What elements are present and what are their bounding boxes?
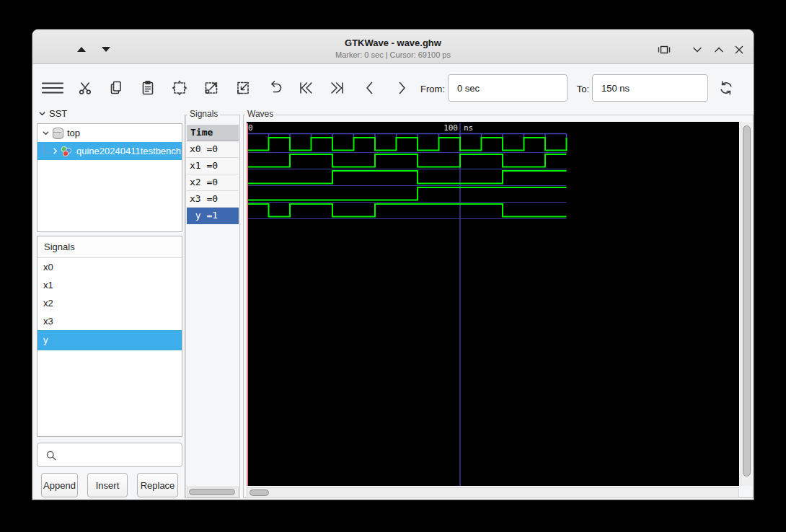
pane-divider[interactable] [184, 115, 185, 498]
svg-text:100: 100 [443, 123, 458, 133]
value-row[interactable]: x3 =0 [187, 191, 239, 208]
from-label: From: [415, 84, 445, 94]
tile-icon[interactable] [655, 41, 673, 58]
sst-tree: top quine20240411testbench [37, 123, 182, 232]
signal-list-item[interactable]: x1 [37, 276, 182, 294]
value-row[interactable]: x0 =0 [187, 141, 239, 158]
title-bar[interactable]: GTKWave - wave.ghw Marker: 0 sec | Curso… [32, 30, 754, 64]
tree-item-label: top [67, 128, 80, 138]
zoom-in-icon[interactable] [203, 79, 220, 97]
svg-text:ns: ns [464, 123, 473, 133]
waves-hscrollbar-thumb[interactable] [250, 489, 269, 496]
signal-list-item[interactable]: x2 [37, 294, 182, 312]
undo-icon[interactable] [266, 79, 283, 97]
go-next-icon[interactable] [393, 79, 410, 97]
tree-row-top[interactable]: top [37, 124, 182, 142]
wave-drawing-area[interactable]: 0100ns [247, 122, 739, 486]
go-last-icon[interactable] [329, 79, 346, 97]
values-hscrollbar-thumb[interactable] [189, 489, 235, 495]
tree-row-testbench[interactable]: quine20240411testbench [37, 142, 182, 160]
zoom-out-icon[interactable] [234, 79, 252, 97]
go-first-icon[interactable] [297, 79, 314, 97]
signal-list-item[interactable]: x0 [37, 258, 182, 276]
waves-vscrollbar[interactable] [741, 122, 752, 486]
from-input[interactable] [448, 74, 568, 102]
search-input[interactable] [59, 445, 181, 466]
value-row[interactable]: y =1 [187, 208, 239, 224]
value-row[interactable]: x1 =0 [187, 158, 239, 174]
waves-frame-label: Waves [245, 109, 275, 119]
insert-button[interactable]: Insert [87, 473, 128, 497]
svg-text:0: 0 [248, 123, 253, 133]
time-header: Time [187, 125, 239, 141]
module-icon [61, 146, 73, 156]
waves-vscrollbar-thumb[interactable] [743, 125, 751, 476]
gtkwave-window: GTKWave - wave.ghw Marker: 0 sec | Curso… [32, 29, 754, 500]
values-frame-label: Signals [187, 109, 220, 119]
waves-panel: Waves 0100ns [243, 115, 754, 498]
waves-hscrollbar[interactable] [247, 487, 739, 498]
facility-list-header: Signals [37, 236, 182, 258]
go-previous-icon[interactable] [361, 79, 379, 97]
wave-canvas[interactable]: 0100ns [247, 122, 739, 486]
to-input[interactable] [592, 74, 708, 102]
replace-button[interactable]: Replace [137, 473, 178, 497]
append-button[interactable]: Append [41, 473, 78, 497]
sst-label: SST [49, 108, 67, 119]
paste-icon[interactable] [139, 79, 156, 97]
search-icon [44, 448, 58, 463]
signal-search-box[interactable] [37, 443, 182, 467]
window-title: GTKWave - wave.ghw [32, 37, 754, 48]
value-row[interactable]: x2 =0 [187, 174, 239, 191]
close-icon[interactable] [730, 41, 748, 58]
facility-list: Signals x0 x1 x2 x3 y [37, 236, 182, 437]
reload-icon[interactable] [717, 79, 735, 97]
signal-list-item[interactable]: x3 [37, 312, 182, 330]
menu-icon[interactable] [41, 79, 64, 97]
copy-icon[interactable] [107, 79, 125, 97]
zoom-fit-icon[interactable] [171, 79, 188, 97]
signal-list-item[interactable]: y [37, 330, 182, 350]
values-panel: Signals Time x0 =0 x1 =0 x2 =0 x3 =0 y =… [185, 115, 240, 498]
maximize-icon[interactable] [710, 41, 728, 58]
values-hscrollbar[interactable] [187, 487, 239, 497]
tree-connector [43, 145, 50, 154]
scope-icon [53, 128, 63, 139]
to-label: To: [572, 84, 589, 94]
expander-open-icon[interactable] [42, 129, 50, 137]
cut-icon[interactable] [76, 79, 94, 97]
expander-closed-icon[interactable] [51, 147, 59, 155]
tree-item-label: quine20240411testbench [76, 146, 181, 156]
window-subtitle: Marker: 0 sec | Cursor: 69100 ps [32, 50, 754, 59]
minimize-icon[interactable] [689, 41, 706, 58]
sst-expander[interactable]: SST [38, 108, 67, 119]
